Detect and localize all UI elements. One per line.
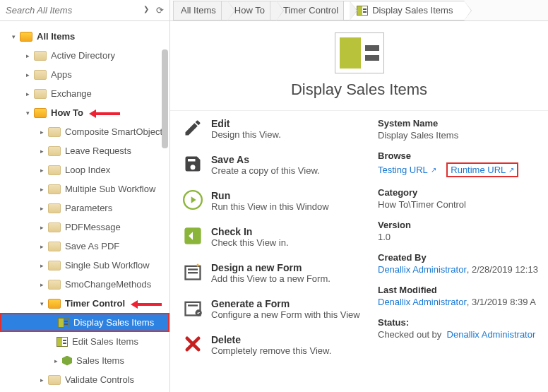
tree-label: Exchange — [51, 88, 92, 99]
action-design-form[interactable]: Design a new FormAdd this View to a new … — [183, 262, 364, 284]
caret-right-icon: ▸ — [24, 52, 31, 59]
caret-right-icon: ▸ — [52, 357, 59, 364]
runtime-url-highlight: Runtime URL ↗ — [446, 162, 518, 177]
caret-right-icon: ▸ — [38, 243, 45, 250]
tree-label: Validate Controls — [65, 374, 134, 385]
sidebar: ❯ ⟳ ▾ All Items ▸Active Directory ▸Apps … — [0, 0, 170, 392]
tree-node-display-sales-items[interactable]: Display Sales Items — [0, 313, 169, 332]
tree-node-exchange[interactable]: ▸Exchange — [0, 84, 169, 103]
delete-icon — [183, 334, 203, 354]
tree-node-leave[interactable]: ▸Leave Requests — [0, 141, 169, 160]
page-title: Display Sales Items — [170, 81, 548, 99]
prop-value: , 3/1/2019 8:39 A — [467, 297, 536, 307]
folder-icon — [48, 146, 61, 156]
action-generate-form[interactable]: Generate a FormConfigure a new Form with… — [183, 298, 364, 320]
prop-browse: Browse Testing URL ↗ Runtime URL ↗ — [378, 150, 548, 177]
tree-node-loop[interactable]: ▸Loop Index — [0, 160, 169, 179]
caret-right-icon: ▸ — [38, 148, 45, 155]
svg-rect-4 — [188, 272, 198, 273]
action-title: Check In — [211, 226, 289, 237]
prop-value: Display Sales Items — [378, 130, 548, 141]
view-large-icon — [335, 32, 384, 73]
caret-right-icon: ▸ — [38, 129, 45, 136]
tree-label: SmoChangeMethods — [65, 279, 151, 290]
status-user-link[interactable]: Denallix Administrator — [447, 329, 536, 340]
folder-icon — [48, 261, 61, 271]
tree-node-smo[interactable]: ▸SmoChangeMethods — [0, 275, 169, 294]
tree-node-save-as-pdf[interactable]: ▸Save As PDF — [0, 237, 169, 256]
prop-value: Checked out by — [378, 329, 441, 340]
breadcrumb-label: All Items — [181, 5, 216, 16]
link-label: Testing URL — [378, 165, 428, 175]
action-delete[interactable]: DeleteCompletely remove this View. — [183, 334, 364, 356]
prop-created-by: Created By Denallix Administrator, 2/28/… — [378, 252, 548, 275]
testing-url-link[interactable]: Testing URL ↗ — [378, 165, 436, 175]
caret-right-icon: ▸ — [38, 186, 45, 193]
caret-down-icon: ▾ — [10, 33, 17, 40]
action-desc: Design this View. — [211, 129, 281, 140]
refresh-icon[interactable]: ⟳ — [156, 5, 164, 16]
prop-label: Version — [378, 220, 548, 230]
tree-node-edit-sales-items[interactable]: Edit Sales Items — [0, 332, 169, 351]
tree-node-validate[interactable]: ▸Validate Controls — [0, 370, 169, 389]
prop-label: Browse — [378, 150, 548, 161]
scrollbar[interactable] — [162, 49, 168, 148]
external-link-icon: ↗ — [431, 166, 436, 174]
chevron-down-icon[interactable]: ❯ — [143, 5, 149, 16]
prop-value: How To\Timer Control — [378, 199, 548, 210]
external-link-icon: ↗ — [508, 166, 514, 174]
tree-node-multi-sub[interactable]: ▸Multiple Sub Workflow — [0, 179, 169, 198]
action-edit[interactable]: EditDesign this View. — [183, 118, 364, 140]
breadcrumb-item[interactable]: All Items — [173, 1, 228, 20]
view-icon — [56, 337, 68, 347]
link-label: Runtime URL — [451, 165, 506, 175]
action-run[interactable]: RunRun this View in this Window — [183, 190, 364, 212]
runtime-url-link[interactable]: Runtime URL ↗ — [451, 165, 514, 175]
tree-node-composite[interactable]: ▸Composite SmartObject — [0, 122, 169, 141]
action-check-in[interactable]: Check InCheck this View in. — [183, 226, 364, 248]
prop-version: Version 1.0 — [378, 220, 548, 242]
breadcrumb-item-current[interactable]: Display Sales Items — [343, 1, 465, 20]
svg-rect-6 — [188, 304, 198, 306]
folder-icon — [34, 108, 47, 118]
action-desc: Check this View in. — [211, 237, 289, 248]
search-input[interactable] — [6, 5, 143, 16]
tree-label: All Items — [37, 31, 75, 42]
view-icon — [58, 318, 69, 328]
action-desc: Create a copy of this View. — [211, 165, 320, 176]
tree-node-parameters[interactable]: ▸Parameters — [0, 198, 169, 218]
action-title: Run — [211, 190, 329, 201]
tree-node-timer-control[interactable]: ▾Timer Control — [0, 294, 169, 313]
prop-last-modified: Last Modified Denallix Administrator, 3/… — [378, 285, 548, 307]
tree-node-apps[interactable]: ▸Apps — [0, 65, 169, 84]
generate-form-icon — [183, 298, 203, 318]
tree-node-active-directory[interactable]: ▸Active Directory — [0, 46, 169, 65]
created-by-user-link[interactable]: Denallix Administrator — [378, 264, 467, 275]
folder-icon — [34, 89, 47, 99]
main-panel: All Items How To Timer Control Display S… — [170, 0, 548, 392]
breadcrumb-label: Timer Control — [283, 5, 338, 16]
smartobject-icon — [62, 356, 72, 366]
header-area: Display Sales Items — [170, 21, 548, 111]
action-title: Edit — [211, 118, 281, 129]
last-modified-user-link[interactable]: Denallix Administrator — [378, 297, 467, 307]
caret-down-icon: ▾ — [24, 109, 31, 117]
action-title: Delete — [211, 334, 331, 345]
prop-category: Category How To\Timer Control — [378, 187, 548, 210]
action-save-as[interactable]: Save AsCreate a copy of this View. — [183, 154, 364, 176]
tree-label: Parameters — [65, 203, 112, 213]
tree-label: Timer Control — [65, 298, 125, 309]
checkin-icon — [183, 226, 203, 246]
tree-root-all-items[interactable]: ▾ All Items — [0, 27, 169, 46]
prop-status: Status: Checked out by Denallix Administ… — [378, 317, 548, 340]
tree-label: How To — [51, 107, 83, 118]
pencil-icon — [183, 118, 203, 138]
tree-node-how-to[interactable]: ▾How To — [0, 103, 169, 122]
caret-right-icon: ▸ — [38, 376, 45, 384]
tree-node-sales-items[interactable]: ▸Sales Items — [0, 351, 169, 370]
tree-node-pdfmessage[interactable]: ▸PDFMessage — [0, 218, 169, 237]
tree-node-single-sub[interactable]: ▸Single Sub Workflow — [0, 256, 169, 275]
caret-right-icon: ▸ — [24, 71, 31, 78]
folder-icon — [48, 127, 61, 137]
svg-rect-3 — [188, 268, 198, 270]
